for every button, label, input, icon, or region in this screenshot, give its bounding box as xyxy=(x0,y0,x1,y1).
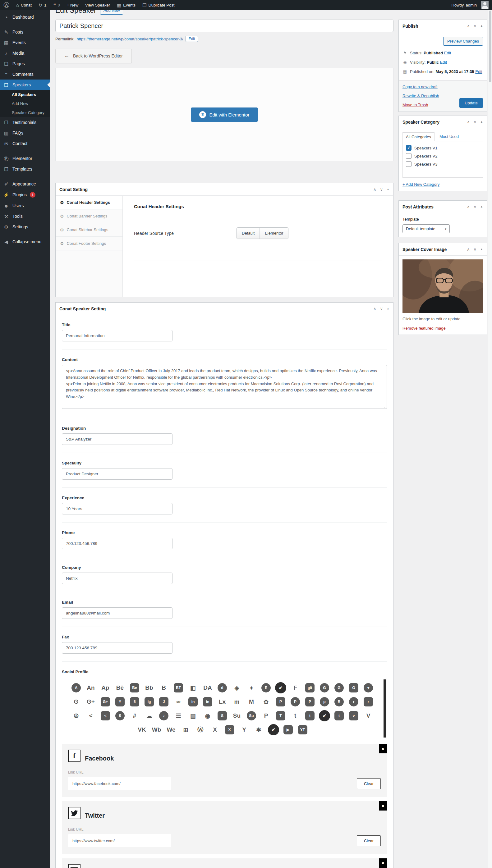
source-elementor-button[interactable]: Elementor xyxy=(260,228,288,238)
scrollbar-thumb[interactable] xyxy=(489,10,491,82)
sidebar-subitem-all-speakers[interactable]: All Speakers xyxy=(0,90,50,99)
tab-conat-banner-settings[interactable]: ⚙ Conat Banner Settings xyxy=(56,209,122,223)
collapse-toggle-icon[interactable]: ▲ xyxy=(480,121,483,123)
social-icon-google[interactable]: G xyxy=(72,697,81,707)
move-down-icon[interactable]: ∨ xyxy=(474,120,477,124)
designation-field-input[interactable] xyxy=(62,433,172,445)
social-icon-behance-square[interactable]: Be xyxy=(130,683,139,692)
move-up-icon[interactable]: ∧ xyxy=(373,307,376,311)
move-down-icon[interactable]: ∨ xyxy=(474,205,477,209)
social-icon-medium[interactable]: m xyxy=(232,697,242,707)
social-icon-slack[interactable]: # xyxy=(130,711,139,720)
social-icon-pied-piper[interactable]: p xyxy=(320,697,329,707)
sidebar-item-pages[interactable]: ❏ Pages xyxy=(0,58,50,69)
social-icon-pagelines[interactable]: ✿ xyxy=(262,697,271,707)
sidebar-subitem-add-new[interactable]: Add New xyxy=(0,99,50,108)
social-icon-spotify[interactable]: ♪ xyxy=(159,711,169,720)
page-scrollbar[interactable] xyxy=(488,0,492,868)
social-icon-steam[interactable]: ◉ xyxy=(203,711,212,720)
sidebar-item-templates[interactable]: ❐ Templates xyxy=(0,164,50,174)
comments-menu[interactable]: ❝0 xyxy=(50,0,64,10)
social-icon-tumblr[interactable]: t xyxy=(291,711,300,720)
collapse-toggle-icon[interactable]: ▲ xyxy=(480,248,483,251)
social-icon-html5[interactable]: 5 xyxy=(130,697,139,707)
social-icon-twitter-square[interactable]: t xyxy=(335,711,344,720)
social-icon-xing-square[interactable]: X xyxy=(225,725,235,734)
move-up-icon[interactable]: ∧ xyxy=(467,247,470,251)
social-icon-vine[interactable]: V xyxy=(364,711,373,720)
checkbox[interactable] xyxy=(406,161,412,167)
collapse-toggle-icon[interactable]: ▲ xyxy=(387,307,389,310)
social-icon-linkedin-square[interactable]: in xyxy=(203,697,212,707)
social-icon-reddit-square[interactable]: r xyxy=(364,697,373,707)
sidebar-item-collapse-menu[interactable]: ◀ Collapse menu xyxy=(0,236,50,247)
view-speaker-menu[interactable]: View Speaker xyxy=(82,0,114,10)
social-icon-twitter-selected[interactable]: ✔ xyxy=(319,710,330,721)
social-icon-meetup[interactable]: M xyxy=(247,697,256,707)
social-icon-btc[interactable]: B xyxy=(159,683,169,692)
social-icon-hacker-news[interactable]: Y xyxy=(115,697,125,707)
wordpress-logo-menu[interactable]: Ⓦ xyxy=(0,0,13,10)
move-down-icon[interactable]: ∨ xyxy=(474,24,477,28)
social-icon-stumbleupon[interactable]: Su xyxy=(232,711,242,720)
permalink-edit-button[interactable]: Edit xyxy=(186,36,198,42)
move-down-icon[interactable]: ∨ xyxy=(380,307,383,311)
social-icon-wordpress[interactable]: Ⓦ xyxy=(196,725,205,734)
social-icon-weixin[interactable]: We xyxy=(167,725,176,734)
social-icon-steam-square[interactable]: S xyxy=(218,711,227,720)
social-icon-y-combinator[interactable]: Y xyxy=(240,725,249,734)
social-icon-facebook-selected[interactable]: ✔ xyxy=(275,682,286,693)
collapse-toggle-icon[interactable]: ▲ xyxy=(480,25,483,27)
phone-field-input[interactable] xyxy=(62,538,172,549)
edit-status-link[interactable]: Edit xyxy=(444,51,451,55)
edit-date-link[interactable]: Edit xyxy=(475,69,482,74)
experience-field-input[interactable] xyxy=(62,503,172,514)
tab-all-categories[interactable]: All Categories xyxy=(402,132,435,142)
tab-conat-footer-settings[interactable]: ⚙ Conat Footer Settings xyxy=(56,237,122,250)
social-icon-android[interactable]: An xyxy=(86,683,95,692)
facebook-url-input[interactable] xyxy=(68,777,171,790)
social-icon-stack-overflow[interactable]: ▤ xyxy=(188,711,198,720)
social-icon-product-hunt[interactable]: P xyxy=(276,697,285,707)
social-icon-gratipay[interactable]: ♥ xyxy=(364,683,373,692)
social-icon-drupal[interactable]: ♦ xyxy=(247,683,256,692)
facebook-clear-button[interactable]: Clear xyxy=(357,778,381,789)
tab-conat-header-settings[interactable]: ⚙ Conat Header Settings xyxy=(56,196,122,209)
category-checkbox-speakers-v3[interactable]: Speakers V3 xyxy=(406,161,479,167)
social-icon-trello[interactable]: T xyxy=(276,711,285,720)
social-icon-reddit[interactable]: r xyxy=(349,697,358,707)
twitter-clear-button[interactable]: Clear xyxy=(357,835,381,846)
checkbox[interactable] xyxy=(406,153,412,159)
move-to-trash-link[interactable]: Move to Trash xyxy=(402,103,439,107)
sidebar-item-contact[interactable]: ✉ Contact xyxy=(0,138,50,149)
social-icon-behance[interactable]: Bē xyxy=(115,683,125,692)
social-icon-google-plus[interactable]: G+ xyxy=(86,697,95,707)
sidebar-item-tools[interactable]: ⚒ Tools xyxy=(0,211,50,222)
sidebar-item-events[interactable]: ▦ Events xyxy=(0,37,50,48)
howdy-account-menu[interactable]: Howdy, admin xyxy=(448,1,492,9)
template-select[interactable]: Default template ▾ xyxy=(402,224,450,233)
social-icon-rebel[interactable]: R xyxy=(335,697,344,707)
social-icon-youtube-play[interactable]: ▶ xyxy=(284,725,293,734)
content-field-textarea[interactable] xyxy=(62,365,387,409)
sidebar-item-dashboard[interactable]: ◔ Dashboard xyxy=(0,12,50,22)
category-checkbox-speakers-v1[interactable]: Speakers V1 xyxy=(406,145,479,151)
social-icon-github-square[interactable]: G xyxy=(349,683,358,692)
move-up-icon[interactable]: ∧ xyxy=(467,24,470,28)
collapse-toggle-icon[interactable]: ▲ xyxy=(480,205,483,208)
menu-separator[interactable] xyxy=(0,149,50,153)
tab-conat-sidebar-settings[interactable]: ⚙ Conat Sidebar Settings xyxy=(56,223,122,237)
social-icon-windows[interactable]: ⊞ xyxy=(181,725,191,734)
sidebar-item-comments[interactable]: ❝ Comments xyxy=(0,69,50,79)
preview-changes-button[interactable]: Preview Changes xyxy=(443,37,483,46)
update-button[interactable]: Update xyxy=(459,98,483,108)
move-up-icon[interactable]: ∧ xyxy=(467,120,470,124)
post-title-input[interactable] xyxy=(55,20,393,32)
social-icon-instagram[interactable]: Ig xyxy=(145,697,154,707)
permalink-url-link[interactable]: https://themerange.net/wp/conat/speaker/… xyxy=(76,37,183,41)
move-down-icon[interactable]: ∨ xyxy=(474,247,477,251)
sidebar-item-testimonials[interactable]: ❒ Testimonials xyxy=(0,117,50,128)
social-icon-yelp[interactable]: ✱ xyxy=(254,725,264,734)
social-icon-skype[interactable]: S xyxy=(115,711,125,720)
edit-with-elementor-button[interactable]: E Edit with Elementor xyxy=(191,107,257,122)
